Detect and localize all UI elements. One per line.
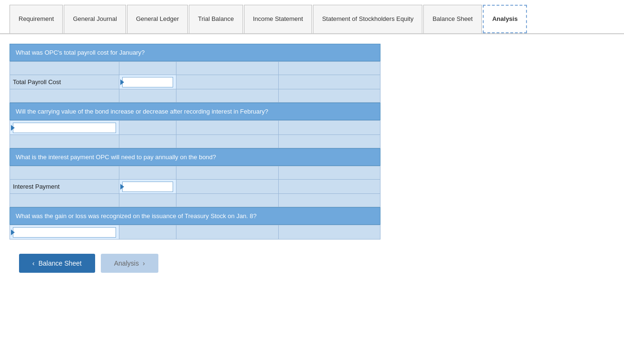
question-bond: Will the carrying value of the bond incr…	[10, 103, 380, 120]
table-row: Total Payroll Cost	[10, 75, 380, 89]
bond-input[interactable]	[13, 123, 116, 133]
tab-bar: Requirement General Journal General Ledg…	[0, 0, 624, 34]
bond-input-cell[interactable]	[10, 121, 119, 135]
prev-button-label: Balance Sheet	[39, 259, 82, 267]
triangle-icon	[120, 79, 124, 85]
table-row: Interest Payment	[10, 180, 380, 194]
tab-balance-sheet[interactable]: Balance Sheet	[423, 5, 482, 33]
payroll-input-cell[interactable]	[119, 75, 176, 89]
tab-label: General Ledger	[136, 15, 179, 23]
treasury-input[interactable]	[13, 227, 116, 238]
next-button[interactable]: Analysis ›	[101, 254, 158, 273]
prev-arrow-icon: ‹	[32, 259, 35, 267]
bond-table	[10, 120, 380, 148]
page-wrapper: Requirement General Journal General Ledg…	[0, 0, 624, 364]
tab-label: Statement of Stockholders Equity	[322, 15, 413, 23]
next-button-label: Analysis	[114, 259, 139, 267]
payroll-table: Total Payroll Cost	[10, 61, 380, 103]
label-interest-payment: Interest Payment	[10, 180, 119, 194]
section-payroll: What was OPC's total payroll cost for Ja…	[10, 44, 380, 103]
payroll-input[interactable]	[122, 77, 173, 87]
interest-table: Interest Payment	[10, 166, 380, 207]
prev-button[interactable]: ‹ Balance Sheet	[19, 254, 95, 273]
section-interest: What is the interest payment OPC will ne…	[10, 148, 380, 207]
tab-statement-stockholders[interactable]: Statement of Stockholders Equity	[313, 5, 422, 33]
interest-input[interactable]	[122, 182, 173, 192]
spacer-row	[10, 62, 380, 75]
tab-general-journal[interactable]: General Journal	[64, 5, 126, 33]
spacer-row	[10, 166, 380, 180]
question-treasury: What was the gain or loss was recognized…	[10, 207, 380, 225]
bottom-nav: ‹ Balance Sheet Analysis ›	[10, 254, 380, 273]
tab-label: Analysis	[492, 15, 517, 23]
question-interest: What is the interest payment OPC will ne…	[10, 148, 380, 166]
tab-label: General Journal	[73, 15, 117, 23]
tab-label: Trial Balance	[198, 15, 234, 23]
tab-trial-balance[interactable]: Trial Balance	[189, 5, 243, 33]
treasury-table	[10, 225, 380, 239]
tab-general-ledger[interactable]: General Ledger	[127, 5, 188, 33]
tab-analysis[interactable]: Analysis	[483, 5, 527, 33]
table-row	[10, 121, 380, 135]
next-arrow-icon: ›	[143, 259, 145, 267]
spacer-row	[10, 135, 380, 148]
label-total-payroll: Total Payroll Cost	[10, 75, 119, 89]
tab-label: Income Statement	[253, 15, 303, 23]
tab-label: Requirement	[19, 15, 54, 23]
spacer-row	[10, 89, 380, 103]
triangle-icon	[11, 125, 15, 131]
tab-income-statement[interactable]: Income Statement	[244, 5, 312, 33]
triangle-icon	[120, 184, 124, 190]
treasury-input-cell[interactable]	[10, 225, 119, 239]
question-payroll: What was OPC's total payroll cost for Ja…	[10, 44, 380, 61]
triangle-icon	[11, 230, 15, 235]
tab-requirement[interactable]: Requirement	[10, 5, 63, 33]
section-bond: Will the carrying value of the bond incr…	[10, 103, 380, 148]
section-treasury: What was the gain or loss was recognized…	[10, 207, 380, 239]
interest-input-cell[interactable]	[119, 180, 176, 194]
main-content: What was OPC's total payroll cost for Ja…	[0, 34, 390, 287]
table-row	[10, 225, 380, 239]
tab-label: Balance Sheet	[432, 15, 473, 23]
spacer-row	[10, 194, 380, 207]
